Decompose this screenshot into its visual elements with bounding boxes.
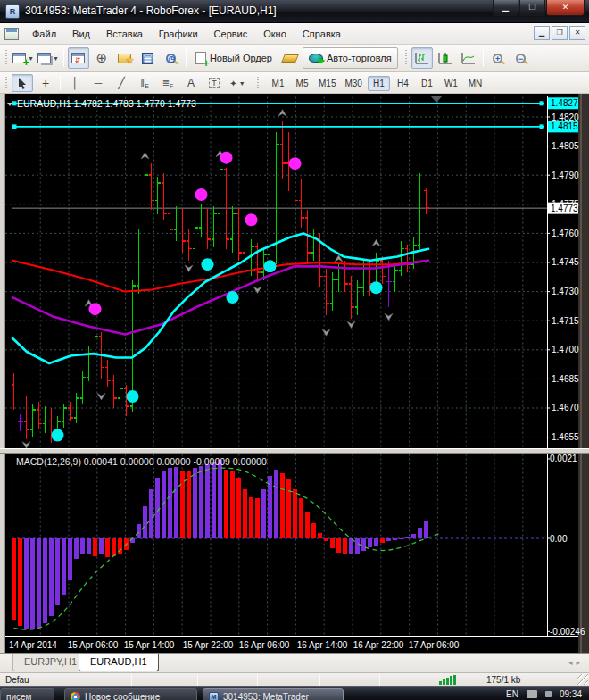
chart-bars-button[interactable] [411,47,433,69]
arrows-tool-button[interactable]: ✦▼ [227,74,248,92]
tray-app-icon[interactable] [545,691,552,697]
profiles-button[interactable]: ▼ [37,47,60,69]
trendline-button[interactable]: ╱ [111,74,132,92]
gold-bar-icon [281,54,299,62]
terminal-button[interactable] [137,47,159,69]
close-button[interactable]: ✕ [546,0,585,16]
menu-bar: ФайлВидВставкаГрафикиСервисОкноСправка ▁… [0,23,589,45]
timeframe-button[interactable]: W1 [440,76,462,91]
line-chart-icon [461,52,476,64]
title-bar[interactable]: R 3014953: MetaTrader 4 - RoboForex - [E… [0,0,589,23]
cursor-button[interactable] [12,74,33,92]
gold-instrument-button[interactable] [279,47,301,69]
tab-euraud[interactable]: EURAUD,H1 [79,654,159,671]
svg-text:1.4815: 1.4815 [551,121,578,131]
svg-text:1.4827: 1.4827 [551,98,578,108]
crosshair-button[interactable]: + [35,74,56,92]
zoom-out-icon: − [516,54,526,63]
connection-signal-icon [439,675,459,685]
svg-text:1.4700: 1.4700 [552,345,579,354]
timeframe-button[interactable]: H1 [368,76,390,91]
favorites-folder-icon: ★ [118,54,131,63]
minimize-button[interactable]: ▁ [493,0,518,16]
taskbar-clock[interactable]: 09:34 [560,689,582,699]
svg-text:16 Apr 06:00: 16 Apr 06:00 [239,640,290,650]
svg-text:0.00: 0.00 [550,534,568,544]
menu-item[interactable]: Окно [255,25,294,43]
text-label-button[interactable]: T [203,74,225,92]
toolbar-grip[interactable] [4,77,8,89]
chrome-icon [71,692,80,700]
timeframe-button[interactable]: M30 [341,76,365,91]
mdi-minimize-button[interactable]: ▁ [534,26,550,40]
mdi-close-button[interactable]: ✕ [569,26,585,40]
mdi-restore-button[interactable]: ❐ [552,26,568,40]
fibonacci-button[interactable]: ≣F [157,74,178,92]
drawing-toolbar: + │ ─ ╱ ∥E ≣F A T ✦▼ M1M5M15M30H1H4D1W1M… [0,72,589,94]
taskbar-button-metatrader[interactable]: M 3014953: MetaTrader [203,688,344,700]
panel-splitter [0,449,589,454]
vertical-line-button[interactable]: │ [64,74,86,92]
status-bar: Defau 175/1 kb [0,672,589,686]
svg-text:0.0021: 0.0021 [550,454,577,463]
resize-grip[interactable] [577,674,588,685]
new-chart-icon: + [12,53,26,63]
svg-text:1.4820: 1.4820 [552,112,579,122]
zoom-in-icon: + [493,54,502,63]
metatrader-window: R 3014953: MetaTrader 4 - RoboForex - [E… [0,0,589,700]
menu-item[interactable]: Вставка [98,25,151,43]
crosshair-target-button[interactable]: ⊕ [91,47,112,69]
menu-item[interactable]: Справка [294,25,349,43]
new-chart-button[interactable]: + ▼ [12,47,35,69]
tick-chart-icon: ⇵ [71,53,85,63]
timeframe-button[interactable]: D1 [416,76,438,91]
chart-area[interactable]: 1.48201.48051.47901.47751.47601.47451.47… [0,94,589,653]
menu-item[interactable]: Графики [151,25,206,43]
target-icon: ⊕ [96,52,108,64]
taskbar-button-left[interactable]: писем [0,688,54,700]
tab-eurjpy[interactable]: EURJPY,H1 [12,654,88,671]
svg-text:16 Apr 22:00: 16 Apr 22:00 [353,640,404,650]
channel-button[interactable]: ∥E [134,74,155,92]
strategy-tester-button[interactable]: ◷ [161,47,182,69]
app-icon: R [5,4,20,19]
timeframe-button[interactable]: M1 [267,76,289,91]
chart-candles-button[interactable] [435,47,456,69]
chevron-down-icon: ▼ [239,80,245,87]
language-indicator[interactable]: EN [506,689,518,699]
new-order-button[interactable]: + Новый Ордер [190,47,278,69]
new-order-icon: + [195,52,206,64]
menu-item[interactable]: Вид [64,25,98,43]
taskbar-button-chrome[interactable]: Новое сообщение [64,688,197,700]
svg-text:1.4655: 1.4655 [552,432,579,442]
timeframe-buttons: M1M5M15M30H1H4D1W1MN [266,76,487,91]
maximize-button[interactable]: ❐ [519,0,545,16]
svg-text:15 Apr 22:00: 15 Apr 22:00 [183,640,234,650]
text-button[interactable]: A [180,74,202,92]
zoom-out-button[interactable]: − [510,47,532,69]
timeframe-button[interactable]: M15 [315,76,339,91]
price-and-macd-chart[interactable]: 1.48201.48051.47901.47751.47601.47451.47… [0,94,589,653]
svg-text:1.4730: 1.4730 [552,287,579,296]
autotrade-button[interactable]: Авто-торговля [303,47,398,69]
zoom-in-button[interactable]: + [487,47,509,69]
arrows-icon: ✦ [229,79,236,88]
chart-window-icon[interactable] [4,28,19,40]
favorites-button[interactable]: ★ [114,47,136,69]
horizontal-line-button[interactable]: ─ [87,74,109,92]
svg-text:1.4790: 1.4790 [552,171,579,180]
autotrade-icon [309,54,323,62]
tab-scroll-arrows[interactable]: ◂▸ [568,658,584,667]
timeframe-button[interactable]: M5 [291,76,313,91]
chart-line-button[interactable] [458,47,479,69]
keyboard-icon[interactable] [527,690,537,698]
bars-chart-icon [415,52,429,64]
metatrader-icon: M [209,692,219,700]
timeframe-button[interactable]: MN [464,76,486,91]
menu-item[interactable]: Сервис [206,25,256,43]
menu-item[interactable]: Файл [24,25,64,43]
svg-text:1.4670: 1.4670 [552,403,579,412]
timeframe-button[interactable]: H4 [392,76,414,91]
toolbar-grip[interactable] [4,50,8,66]
tick-chart-button[interactable]: ⇵ [68,47,89,69]
